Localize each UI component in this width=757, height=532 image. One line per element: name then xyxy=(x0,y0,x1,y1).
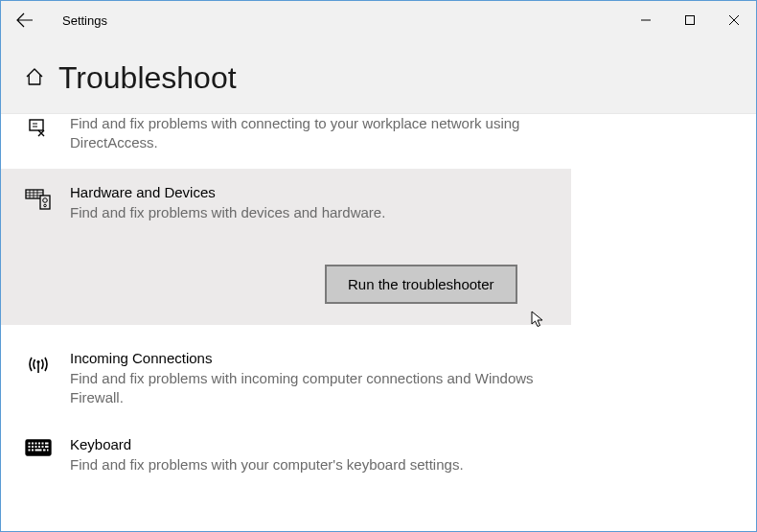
run-troubleshooter-button[interactable]: Run the troubleshooter xyxy=(325,265,517,304)
svg-rect-32 xyxy=(43,450,46,451)
troubleshooter-list: Find and fix problems with connecting to… xyxy=(1,114,756,527)
svg-rect-26 xyxy=(38,446,40,448)
hardware-icon xyxy=(24,184,53,211)
troubleshooter-title: Hardware and Devices xyxy=(70,184,552,200)
svg-rect-29 xyxy=(29,450,31,451)
troubleshooter-title: Incoming Connections xyxy=(70,350,552,366)
page-header: Troubleshoot xyxy=(1,39,756,114)
troubleshooter-description: Find and fix problems with incoming comp… xyxy=(70,369,552,408)
incoming-connections-icon xyxy=(24,350,53,377)
directaccess-icon xyxy=(24,114,53,139)
window-title: Settings xyxy=(49,13,107,28)
svg-rect-4 xyxy=(30,120,43,130)
troubleshooter-description: Find and fix problems with devices and h… xyxy=(70,203,552,222)
troubleshooter-description: Find and fix problems with your computer… xyxy=(70,455,552,474)
svg-rect-24 xyxy=(32,446,34,448)
svg-rect-30 xyxy=(32,450,34,451)
troubleshooter-item-directaccess[interactable]: Find and fix problems with connecting to… xyxy=(1,114,571,169)
maximize-button[interactable] xyxy=(668,1,712,39)
page-title: Troubleshoot xyxy=(58,60,237,96)
troubleshooter-item-incoming[interactable]: Incoming Connections Find and fix proble… xyxy=(1,336,571,424)
svg-rect-18 xyxy=(32,443,34,445)
svg-rect-17 xyxy=(29,443,31,445)
window-controls xyxy=(624,1,756,39)
home-icon[interactable] xyxy=(24,66,45,91)
back-arrow-icon xyxy=(16,12,34,29)
back-button[interactable] xyxy=(1,1,49,39)
troubleshooter-description: Find and fix problems with connecting to… xyxy=(70,114,552,153)
close-button[interactable] xyxy=(712,1,756,39)
minimize-button[interactable] xyxy=(624,1,668,39)
svg-rect-23 xyxy=(29,446,31,448)
svg-rect-20 xyxy=(38,443,40,445)
troubleshooter-item-hardware[interactable]: Hardware and Devices Find and fix proble… xyxy=(1,169,571,325)
troubleshooter-item-keyboard[interactable]: Keyboard Find and fix problems with your… xyxy=(1,423,571,490)
svg-rect-28 xyxy=(45,446,49,448)
maximize-icon xyxy=(684,14,696,26)
svg-rect-25 xyxy=(35,446,37,448)
svg-rect-19 xyxy=(35,443,37,445)
svg-rect-22 xyxy=(45,443,49,445)
troubleshooter-title: Keyboard xyxy=(70,436,552,452)
svg-rect-33 xyxy=(47,450,49,451)
minimize-icon xyxy=(640,14,652,26)
close-icon xyxy=(728,14,740,26)
svg-rect-27 xyxy=(42,446,44,448)
svg-rect-21 xyxy=(42,443,44,445)
titlebar: Settings xyxy=(1,1,756,39)
svg-rect-1 xyxy=(686,16,695,25)
keyboard-icon xyxy=(24,436,53,457)
svg-rect-31 xyxy=(35,450,42,451)
